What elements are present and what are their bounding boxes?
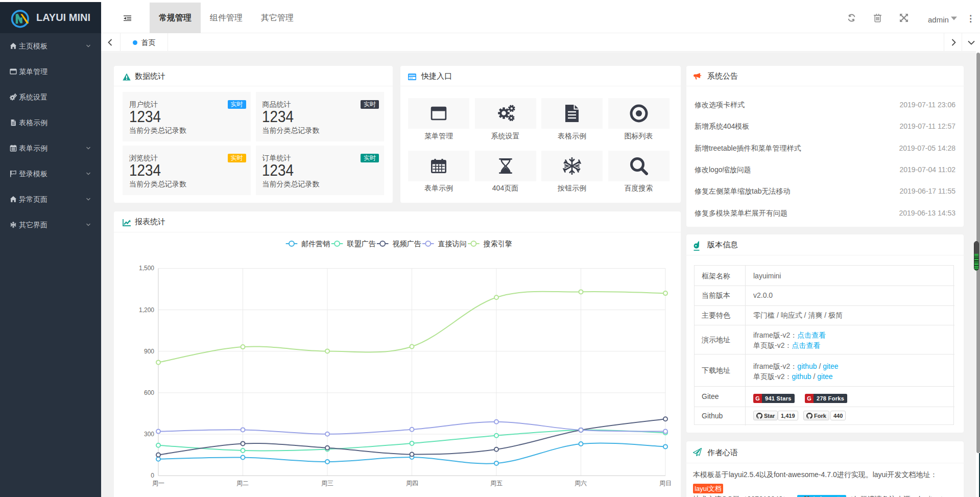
svg-text:300: 300 — [144, 431, 154, 438]
svg-text:1,500: 1,500 — [139, 265, 154, 272]
svg-text:联盟广告: 联盟广告 — [347, 240, 376, 248]
svg-text:邮件营销: 邮件营销 — [301, 240, 330, 248]
svg-text:900: 900 — [144, 348, 154, 355]
svg-text:0: 0 — [151, 472, 154, 479]
svg-text:搜索引擎: 搜索引擎 — [483, 240, 512, 248]
svg-text:周四: 周四 — [406, 480, 418, 487]
svg-text:600: 600 — [144, 389, 154, 396]
svg-text:直接访问: 直接访问 — [438, 240, 467, 248]
svg-text:周五: 周五 — [490, 480, 503, 487]
svg-text:周三: 周三 — [321, 480, 333, 487]
svg-text:周六: 周六 — [575, 480, 587, 487]
svg-text:1,200: 1,200 — [139, 306, 154, 314]
svg-text:周二: 周二 — [236, 480, 249, 487]
svg-text:周日: 周日 — [659, 480, 672, 487]
svg-text:周一: 周一 — [152, 480, 164, 487]
svg-text:视频广告: 视频广告 — [393, 240, 422, 248]
